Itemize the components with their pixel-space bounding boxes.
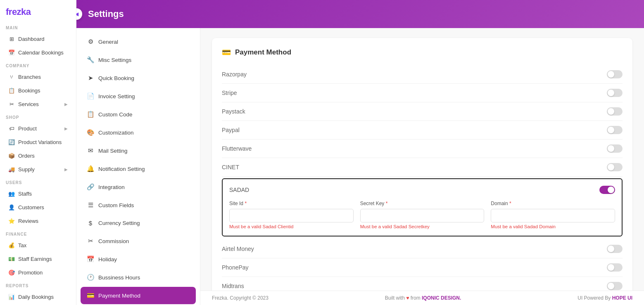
settings-nav-label-invoice-setting: Invoice Setting bbox=[98, 93, 135, 99]
payment-name-razorpay: Razorpay bbox=[222, 71, 247, 78]
domain-input[interactable] bbox=[491, 209, 615, 222]
iqonic-link[interactable]: IQONIC DESIGN. bbox=[422, 295, 461, 301]
settings-nav-label-general: General bbox=[98, 39, 118, 45]
top-header: ◀ Settings bbox=[76, 0, 644, 28]
settings-nav-invoice-setting[interactable]: 📄 Invoice Setting bbox=[81, 87, 196, 105]
settings-nav-misc-settings[interactable]: 🔧 Misc Settings bbox=[81, 51, 196, 69]
sidebar-item-services[interactable]: ✂ Services ▶ bbox=[2, 97, 74, 111]
hope-ui-link[interactable]: HOPE UI bbox=[612, 295, 632, 301]
orders-icon: 📦 bbox=[8, 152, 15, 159]
settings-nav-label-notification-setting: Notification Setting bbox=[98, 166, 145, 172]
sidebar-item-customers[interactable]: 👤 Customers bbox=[2, 201, 74, 214]
sidebar-item-bookings[interactable]: 📋 Bookings bbox=[2, 84, 74, 97]
footer-built-with: Built with ♥ from IQONIC DESIGN. bbox=[385, 295, 461, 301]
payment-row-paystack: Paystack bbox=[222, 102, 623, 121]
sidebar-item-branches[interactable]: ⑂ Branches bbox=[2, 70, 74, 83]
sidebar-label-orders: Orders bbox=[18, 153, 35, 159]
settings-nav-label-business-hours: Bussiness Hours bbox=[98, 274, 140, 281]
product-icon: 🏷 bbox=[8, 125, 15, 132]
sidebar-item-staff-earnings[interactable]: 💵 Staff Earnings bbox=[2, 252, 74, 265]
sidebar-section-company: COMPANY bbox=[0, 59, 76, 70]
custom-fields-nav-icon: ☰ bbox=[87, 201, 94, 209]
chevron-icon: ▶ bbox=[64, 167, 68, 172]
sidebar-item-tax[interactable]: 💰 Tax bbox=[2, 239, 74, 252]
sidebar-item-dashboard[interactable]: ⊞ Dashboard bbox=[2, 32, 74, 45]
settings-nav-label-holiday: Holiday bbox=[98, 256, 117, 262]
settings-nav-label-currency-setting: Currency Setting bbox=[98, 220, 140, 226]
settings-nav-mail-setting[interactable]: ✉ Mail Setting bbox=[81, 142, 196, 159]
sidebar-item-promotion[interactable]: 🎯 Promotion bbox=[2, 266, 74, 279]
toggle-flutterwave[interactable] bbox=[607, 144, 623, 153]
settings-nav-custom-fields[interactable]: ☰ Custom Fields bbox=[81, 196, 196, 214]
payment-method-nav-icon: 💳 bbox=[87, 292, 94, 299]
payment-row-paypal: Paypal bbox=[222, 121, 623, 139]
dashboard-icon: ⊞ bbox=[8, 35, 15, 42]
toggle-cinet[interactable] bbox=[607, 163, 623, 171]
sadad-block: SADAD Site Id * Must be a valid Sadad Cl… bbox=[222, 178, 623, 236]
settings-nav-custom-code[interactable]: 📋 Custom Code bbox=[81, 106, 196, 123]
settings-nav-general[interactable]: ⚙ General bbox=[81, 33, 196, 50]
settings-nav-commission[interactable]: ✂ Commission bbox=[81, 232, 196, 250]
payment-row-stripe: Stripe bbox=[222, 84, 623, 102]
settings-nav-notification-setting[interactable]: 🔔 Notification Setting bbox=[81, 160, 196, 177]
settings-nav: ⚙ General 🔧 Misc Settings ➤ Quick Bookin… bbox=[76, 28, 200, 305]
sidebar-item-reviews[interactable]: ⭐ Reviews bbox=[2, 214, 74, 227]
sidebar-item-orders[interactable]: 📦 Orders bbox=[2, 149, 74, 162]
payment-name-airtel-money: Airtel Money bbox=[222, 246, 254, 252]
settings-nav-label-payment-method: Payment Method bbox=[98, 293, 140, 299]
toggle-razorpay[interactable] bbox=[607, 70, 623, 78]
settings-nav-payment-method[interactable]: 💳 Payment Method bbox=[81, 287, 196, 304]
settings-nav-holiday[interactable]: 📅 Holiday bbox=[81, 251, 196, 268]
site-id-input[interactable] bbox=[229, 209, 354, 222]
payment-row-midtrans: Midtrans bbox=[222, 277, 623, 291]
secret-key-required: * bbox=[386, 201, 388, 206]
sidebar-item-daily-bookings[interactable]: 📊 Daily Bookings bbox=[2, 290, 74, 303]
toggle-midtrans[interactable] bbox=[607, 282, 623, 290]
payment-row-cinet: CINET bbox=[222, 158, 623, 177]
domain-field: Domain * Must be a valid Sadad Domain bbox=[491, 201, 615, 229]
chevron-icon: ▶ bbox=[64, 102, 68, 106]
sidebar-item-product-variations[interactable]: 🔄 Product Variations bbox=[2, 135, 74, 149]
notification-setting-nav-icon: 🔔 bbox=[87, 165, 94, 173]
settings-nav-integration[interactable]: 🔗 Integration bbox=[81, 178, 196, 196]
footer-copyright: Frezka. Copyright © 2023 bbox=[212, 295, 269, 301]
holiday-nav-icon: 📅 bbox=[87, 255, 94, 263]
business-hours-nav-icon: 🕐 bbox=[87, 274, 94, 281]
payment-title-icon: 💳 bbox=[222, 48, 231, 57]
page-title: Settings bbox=[76, 0, 135, 28]
sidebar-item-supply[interactable]: 🚚 Supply ▶ bbox=[2, 163, 74, 176]
main-content: ◀ Settings ⚙ General 🔧 Misc Settings ➤ Q… bbox=[76, 0, 644, 305]
content-area: ⚙ General 🔧 Misc Settings ➤ Quick Bookin… bbox=[76, 28, 644, 305]
custom-code-nav-icon: 📋 bbox=[87, 111, 94, 118]
settings-nav-currency-setting[interactable]: $ Currency Setting bbox=[81, 215, 196, 232]
sadad-toggle[interactable] bbox=[599, 186, 615, 194]
settings-nav-customization[interactable]: 🎨 Customization bbox=[81, 124, 196, 141]
branches-icon: ⑂ bbox=[8, 73, 15, 80]
sidebar-section-reports: REPORTS bbox=[0, 279, 76, 290]
site-id-label: Site Id bbox=[229, 201, 243, 206]
sidebar-label-promotion: Promotion bbox=[18, 270, 43, 276]
toggle-airtel-money[interactable] bbox=[607, 245, 623, 253]
sidebar-label-staff-earnings: Staff Earnings bbox=[18, 256, 52, 262]
staff-earnings-icon: 💵 bbox=[8, 255, 15, 262]
payment-name-midtrans: Midtrans bbox=[222, 283, 244, 289]
chevron-icon: ▶ bbox=[64, 126, 68, 131]
sidebar-item-calendar-bookings[interactable]: 📅 Calendar Bookings bbox=[2, 46, 74, 59]
toggle-stripe[interactable] bbox=[607, 89, 623, 97]
services-icon: ✂ bbox=[8, 101, 15, 107]
sidebar-item-staffs[interactable]: 👥 Staffs bbox=[2, 187, 74, 200]
sidebar-label-customers: Customers bbox=[18, 204, 44, 210]
payment-name-flutterwave: Flutterwave bbox=[222, 145, 252, 152]
sidebar-label-reviews: Reviews bbox=[18, 218, 38, 224]
settings-nav-business-hours[interactable]: 🕐 Bussiness Hours bbox=[81, 269, 196, 286]
sidebar-item-product[interactable]: 🏷 Product ▶ bbox=[2, 122, 74, 135]
payment-row-flutterwave: Flutterwave bbox=[222, 139, 623, 158]
settings-nav-label-integration: Integration bbox=[98, 184, 125, 190]
toggle-paystack[interactable] bbox=[607, 107, 623, 116]
daily-bookings-icon: 📊 bbox=[8, 293, 15, 300]
product-variations-icon: 🔄 bbox=[8, 139, 15, 145]
secret-key-input[interactable] bbox=[360, 209, 485, 222]
toggle-paypal[interactable] bbox=[607, 126, 623, 134]
toggle-phonepay[interactable] bbox=[607, 263, 623, 272]
settings-nav-quick-booking[interactable]: ➤ Quick Booking bbox=[81, 69, 196, 87]
